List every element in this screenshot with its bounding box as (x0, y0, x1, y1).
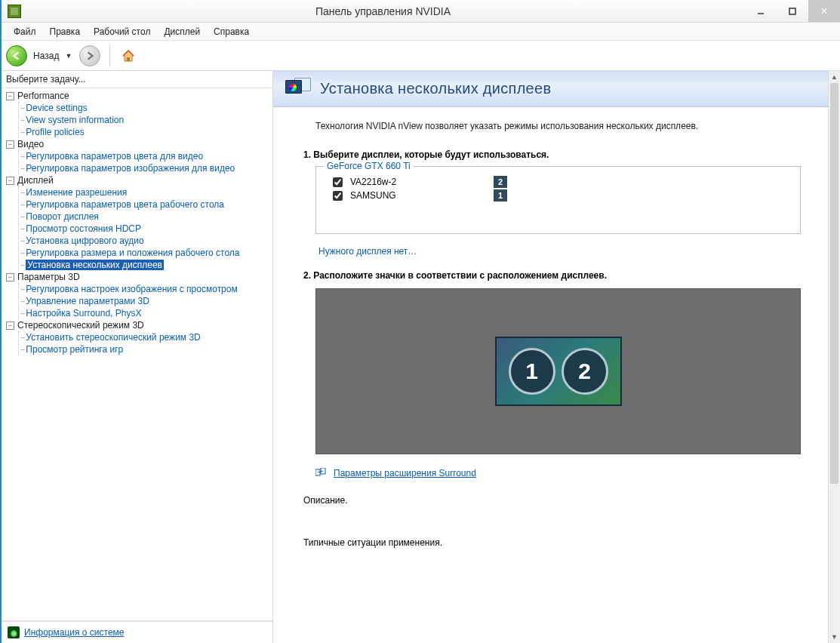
expander-icon[interactable]: − (6, 140, 14, 149)
sidebar-item[interactable]: Управление параметрами 3D (26, 296, 149, 306)
content-body: Технология NVIDIA nView позволяет указат… (273, 107, 840, 643)
expander-icon[interactable]: − (6, 322, 14, 330)
surround-icon (315, 468, 328, 478)
toolbar: Назад ▼ (2, 41, 840, 71)
display-checkbox[interactable] (333, 177, 343, 187)
system-info-link[interactable]: Информация о системе (24, 627, 124, 638)
sidebar-item[interactable]: Просмотр рейтинга игр (26, 344, 123, 355)
arrangement-area[interactable]: 1 2 (315, 288, 801, 454)
content-banner: Установка нескольких дисплеев (273, 71, 840, 107)
step1-title: 1. Выберите дисплеи, которые будут испол… (303, 149, 811, 160)
workspace: Выберите задачу... −Performance ···Devic… (2, 71, 840, 643)
description-heading: Описание. (303, 495, 819, 506)
expander-icon[interactable]: − (6, 177, 14, 185)
back-dropdown-icon[interactable]: ▼ (65, 52, 72, 60)
content-pane: Установка нескольких дисплеев Технология… (273, 71, 840, 643)
sidebar-footer: ◉ Информация о системе (2, 621, 272, 643)
category-3d[interactable]: Параметры 3D (17, 272, 80, 282)
category-video[interactable]: Видео (17, 139, 44, 149)
display-select-box: GeForce GTX 660 Ti VA2216w-2 2 SAMSUNG 1 (315, 166, 801, 234)
menubar: Файл Правка Рабочий стол Дисплей Справка (2, 23, 840, 41)
page-description: Технология NVIDIA nView позволяет указат… (315, 121, 819, 131)
display-disc-2[interactable]: 2 (562, 348, 608, 395)
display-name[interactable]: VA2216w-2 (350, 177, 486, 187)
sidebar-item[interactable]: Установка цифрового аудио (26, 235, 143, 246)
sidebar-item[interactable]: Установить стереоскопический режим 3D (26, 332, 200, 343)
toolbar-separator (109, 45, 110, 66)
sidebar-item[interactable]: Регулировка настроек изображения с просм… (26, 284, 237, 294)
close-button[interactable]: × (808, 0, 840, 22)
system-info-icon: ◉ (8, 626, 20, 638)
menu-file[interactable]: Файл (8, 25, 42, 38)
display-row: SAMSUNG 1 (333, 189, 789, 202)
display-badge: 2 (494, 176, 507, 188)
sidebar: Выберите задачу... −Performance ···Devic… (2, 71, 273, 643)
sidebar-item[interactable]: Поворот дисплея (26, 211, 99, 222)
sidebar-item[interactable]: Регулировка параметров цвета рабочего ст… (26, 199, 224, 210)
sidebar-item[interactable]: Device settings (26, 103, 87, 113)
sidebar-item[interactable]: Настройка Surround, PhysX (26, 308, 141, 318)
window-title: Панель управления NVIDIA (21, 5, 745, 17)
gpu-name: GeForce GTX 660 Ti (324, 161, 414, 171)
window-buttons: × (745, 0, 840, 22)
display-badge: 1 (494, 189, 507, 202)
task-tree[interactable]: −Performance ···Device settings ···View … (2, 88, 272, 621)
surround-row: Параметры расширения Surround (315, 468, 819, 478)
svg-rect-2 (127, 57, 130, 61)
app-icon (8, 5, 21, 18)
sidebar-item[interactable]: Регулировка размера и положения рабочего… (26, 248, 239, 258)
category-performance[interactable]: Performance (17, 91, 69, 101)
display-card[interactable]: 1 2 (495, 337, 622, 406)
missing-display-link[interactable]: Нужного дисплея нет… (318, 246, 417, 257)
multi-display-icon (285, 78, 311, 100)
menu-help[interactable]: Справка (208, 25, 255, 38)
menu-display[interactable]: Дисплей (158, 25, 206, 38)
sidebar-item[interactable]: View system information (26, 115, 124, 125)
forward-button[interactable] (79, 45, 100, 66)
category-display[interactable]: Дисплей (17, 175, 54, 186)
sidebar-item-selected[interactable]: Установка нескольких дисплеев (26, 260, 164, 270)
step2-title: 2. Расположите значки в соответствии с р… (303, 270, 811, 281)
surround-settings-link[interactable]: Параметры расширения Surround (334, 468, 476, 478)
display-row: VA2216w-2 2 (333, 176, 789, 188)
category-stereo[interactable]: Стереоскопический режим 3D (17, 320, 144, 331)
page-title: Установка нескольких дисплеев (320, 80, 551, 97)
scroll-up-icon[interactable]: ▲ (829, 71, 840, 83)
svg-rect-1 (789, 8, 795, 14)
display-disc-1[interactable]: 1 (509, 348, 555, 395)
typical-heading: Типичные ситуации применения. (303, 537, 819, 548)
menu-desktop[interactable]: Рабочий стол (88, 25, 156, 38)
sidebar-item[interactable]: Изменение разрешения (26, 187, 127, 198)
expander-icon[interactable]: − (6, 273, 14, 282)
minimize-button[interactable] (745, 0, 777, 22)
sidebar-header: Выберите задачу... (2, 71, 272, 88)
titlebar: Панель управления NVIDIA × (2, 0, 840, 23)
menu-edit[interactable]: Правка (44, 25, 87, 38)
sidebar-item[interactable]: Просмотр состояния HDCP (26, 223, 141, 234)
display-name[interactable]: SAMSUNG (350, 190, 486, 201)
expander-icon[interactable]: − (6, 92, 14, 100)
display-checkbox[interactable] (333, 191, 343, 201)
maximize-button[interactable] (777, 0, 808, 22)
back-label: Назад (33, 51, 59, 61)
back-button[interactable] (6, 45, 27, 66)
vertical-scrollbar[interactable]: ▲ ▼ (828, 71, 840, 643)
scroll-down-icon[interactable]: ▼ (829, 631, 840, 643)
sidebar-item[interactable]: Регулировка параметров цвета для видео (26, 151, 203, 162)
scroll-thumb[interactable] (830, 83, 838, 484)
home-button[interactable] (119, 47, 137, 65)
sidebar-item[interactable]: Регулировка параметров изображения для в… (26, 163, 235, 174)
sidebar-item[interactable]: Profile policies (26, 127, 84, 137)
